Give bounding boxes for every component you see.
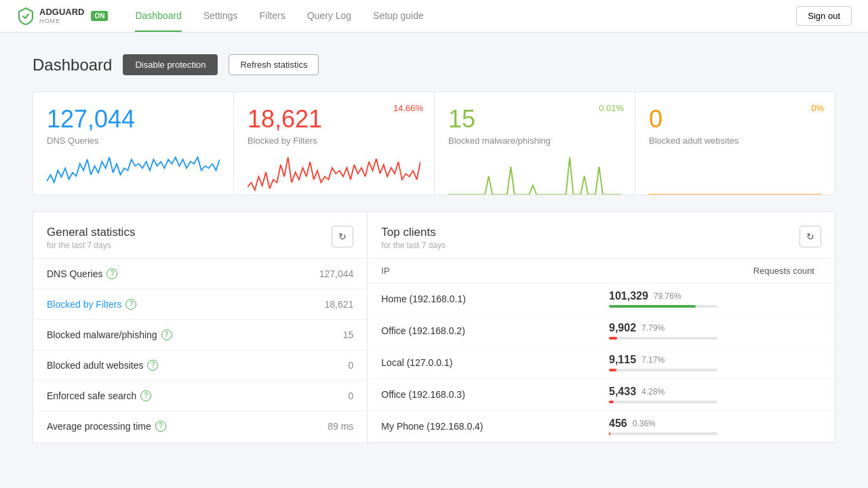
client-count-2: 9,115 bbox=[609, 354, 636, 366]
top-clients-refresh-button[interactable]: ↻ bbox=[800, 226, 821, 247]
general-stat-row-2: Blocked malware/phishing ? 15 bbox=[33, 319, 367, 350]
nav-link-setup-guide[interactable]: Setup guide bbox=[373, 1, 424, 32]
stat-cards: 127,044 DNS Queries 14.66% 18,621 Blocke… bbox=[33, 92, 835, 195]
nav-link-query-log[interactable]: Query Log bbox=[307, 1, 351, 32]
stat-card-2: 0.01% 15 Blocked malware/phishing bbox=[434, 92, 635, 195]
client-name-1: Office (192.168.0.2) bbox=[368, 314, 595, 346]
client-progress-0 bbox=[609, 305, 821, 308]
general-stats-subtitle: for the last 7 days bbox=[47, 241, 135, 250]
adguard-logo-icon bbox=[16, 7, 35, 26]
navigation: ADGUARD HOME ON DashboardSettingsFilters… bbox=[0, 0, 868, 33]
logo: ADGUARD HOME ON bbox=[16, 7, 108, 26]
stat-row-value-0: 127,044 bbox=[319, 268, 354, 279]
stat-label-0: DNS Queries bbox=[47, 136, 220, 146]
client-count-0: 101,329 bbox=[609, 290, 648, 302]
nav-links: DashboardSettingsFiltersQuery LogSetup g… bbox=[135, 1, 796, 32]
general-stats-panel: General statistics for the last 7 days ↻… bbox=[33, 211, 367, 443]
stat-card-0: 127,044 DNS Queries bbox=[33, 92, 233, 195]
stat-row-value-2: 15 bbox=[343, 329, 354, 340]
sparkline-2 bbox=[448, 154, 621, 195]
client-progress-2 bbox=[609, 369, 821, 371]
stat-row-value-1: 18,621 bbox=[325, 299, 354, 310]
client-progress-3 bbox=[609, 401, 821, 403]
stat-number-2: 15 bbox=[448, 106, 621, 133]
top-clients-header: Top clients for the last 7 days ↻ bbox=[368, 212, 835, 258]
page-title: Dashboard bbox=[33, 56, 112, 75]
help-icon-2[interactable]: ? bbox=[161, 329, 172, 340]
disable-protection-button[interactable]: Disable protection bbox=[123, 54, 218, 75]
top-clients-title: Top clients bbox=[381, 226, 446, 239]
stat-row-label-0: DNS Queries ? bbox=[47, 268, 117, 279]
client-requests-1: 9,902 7.79% bbox=[595, 314, 835, 346]
nav-link-filters[interactable]: Filters bbox=[260, 1, 285, 32]
stat-card-3: 0% 0 Blocked adult websites bbox=[635, 92, 835, 195]
stat-number-0: 127,044 bbox=[47, 106, 220, 133]
status-badge: ON bbox=[91, 11, 108, 21]
col-ip-header: IP bbox=[368, 258, 595, 283]
sparkline-1 bbox=[248, 154, 420, 195]
client-count-1: 9,902 bbox=[609, 322, 636, 334]
logo-sub: HOME bbox=[39, 18, 84, 24]
client-pct-2: 7.17% bbox=[642, 355, 665, 365]
stat-row-label-1: Blocked by Filters ? bbox=[47, 299, 136, 310]
stat-row-value-5: 89 ms bbox=[328, 421, 353, 432]
client-progress-1 bbox=[609, 337, 821, 340]
refresh-statistics-button[interactable]: Refresh statistics bbox=[229, 54, 319, 75]
sparkline-3 bbox=[649, 154, 821, 195]
general-stat-row-3: Blocked adult websites ? 0 bbox=[33, 350, 367, 380]
logo-text: ADGUARD bbox=[39, 7, 84, 17]
client-count-4: 456 bbox=[609, 418, 627, 430]
stat-label-2: Blocked malware/phishing bbox=[448, 136, 621, 146]
stat-label-1: Blocked by Filters bbox=[248, 136, 420, 146]
col-requests-header: Requests count bbox=[595, 258, 835, 283]
stat-row-label-3: Blocked adult websites ? bbox=[47, 360, 158, 371]
help-icon-4[interactable]: ? bbox=[140, 390, 151, 401]
client-row-2: Local (127.0.0.1) 9,115 7.17% bbox=[368, 346, 835, 378]
stat-percentage-1: 14.66% bbox=[393, 103, 423, 113]
page-content: Dashboard Disable protection Refresh sta… bbox=[0, 33, 868, 465]
help-icon-0[interactable]: ? bbox=[106, 268, 117, 279]
client-name-0: Home (192.168.0.1) bbox=[368, 283, 595, 314]
sparkline-0 bbox=[47, 154, 220, 195]
signout-button[interactable]: Sign out bbox=[796, 6, 852, 26]
general-stats-title: General statistics bbox=[47, 226, 135, 239]
general-stats-rows: DNS Queries ? 127,044 Blocked by Filters… bbox=[33, 258, 367, 441]
signout-area: Sign out bbox=[796, 6, 852, 26]
top-clients-subtitle: for the last 7 days bbox=[381, 241, 446, 250]
page-header: Dashboard Disable protection Refresh sta… bbox=[33, 54, 835, 75]
stat-row-value-4: 0 bbox=[349, 390, 354, 401]
stat-card-1: 14.66% 18,621 Blocked by Filters bbox=[233, 92, 434, 195]
client-pct-1: 7.79% bbox=[642, 323, 665, 333]
stat-row-label-4: Enforced safe search ? bbox=[47, 390, 151, 401]
client-row-3: Office (192.168.0.3) 5,433 4.28% bbox=[368, 378, 835, 410]
help-icon-1[interactable]: ? bbox=[125, 299, 136, 310]
client-name-2: Local (127.0.0.1) bbox=[368, 346, 595, 378]
nav-link-settings[interactable]: Settings bbox=[203, 1, 238, 32]
general-stats-refresh-button[interactable]: ↻ bbox=[332, 226, 353, 247]
stat-number-3: 0 bbox=[649, 106, 821, 133]
clients-tbody: Home (192.168.0.1) 101,329 79.76% Office… bbox=[368, 283, 835, 442]
client-pct-4: 0.36% bbox=[633, 419, 656, 428]
help-icon-5[interactable]: ? bbox=[155, 421, 166, 432]
general-stat-row-0: DNS Queries ? 127,044 bbox=[33, 258, 367, 289]
client-requests-2: 9,115 7.17% bbox=[595, 346, 835, 378]
client-count-3: 5,433 bbox=[609, 386, 636, 398]
bottom-section: General statistics for the last 7 days ↻… bbox=[33, 211, 835, 443]
client-row-0: Home (192.168.0.1) 101,329 79.76% bbox=[368, 283, 835, 314]
stat-percentage-3: 0% bbox=[811, 103, 824, 113]
client-row-4: My Phone (192.168.0.4) 456 0.36% bbox=[368, 410, 835, 442]
nav-link-dashboard[interactable]: Dashboard bbox=[135, 1, 182, 32]
clients-table: IP Requests count Home (192.168.0.1) 101… bbox=[368, 258, 835, 443]
top-clients-panel: Top clients for the last 7 days ↻ IP Req… bbox=[367, 211, 835, 443]
client-row-1: Office (192.168.0.2) 9,902 7.79% bbox=[368, 314, 835, 346]
client-name-4: My Phone (192.168.0.4) bbox=[368, 410, 595, 442]
client-requests-0: 101,329 79.76% bbox=[595, 283, 835, 314]
stat-row-label-2: Blocked malware/phishing ? bbox=[47, 329, 172, 340]
client-name-3: Office (192.168.0.3) bbox=[368, 378, 595, 410]
stat-row-label-5: Average processing time ? bbox=[47, 421, 166, 432]
help-icon-3[interactable]: ? bbox=[147, 360, 158, 371]
client-pct-0: 79.76% bbox=[654, 291, 682, 301]
general-stat-row-1: Blocked by Filters ? 18,621 bbox=[33, 289, 367, 319]
client-requests-4: 456 0.36% bbox=[595, 410, 835, 442]
general-stat-row-4: Enforced safe search ? 0 bbox=[33, 380, 367, 411]
